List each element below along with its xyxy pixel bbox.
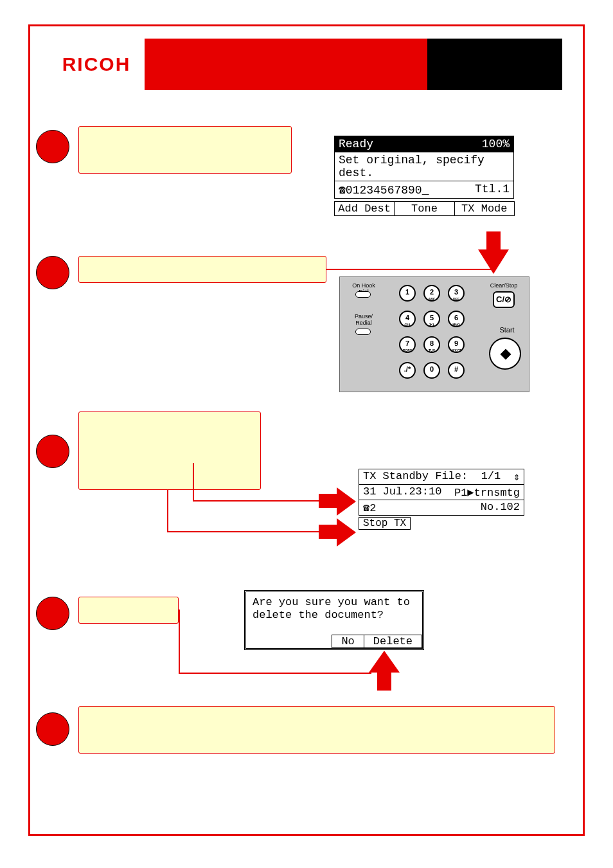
tab-add-dest[interactable]: Add Dest	[334, 201, 395, 216]
label-clear-stop: Clear/Stop	[485, 282, 522, 289]
lcd2-title-row: TX Standby File: 1/1 ⇕	[359, 469, 524, 485]
key-1[interactable]: 1	[399, 285, 416, 302]
step-4-box	[78, 597, 179, 624]
no-button[interactable]: No	[332, 635, 364, 648]
connector-3c	[167, 490, 168, 532]
pause-redial-button[interactable]	[355, 329, 371, 335]
step-4-marker	[36, 597, 69, 630]
header: RICOH	[48, 39, 562, 90]
logo-box: RICOH	[48, 39, 145, 90]
lcd2-page: 1/1	[481, 470, 501, 482]
step-3-box	[78, 411, 261, 490]
connector-4a	[179, 610, 180, 674]
lcd2-row-2: 31 Jul.23:10 P1▶trnsmtg	[359, 484, 524, 500]
arrow-up-icon	[369, 651, 400, 673]
key-0[interactable]: 0	[423, 362, 440, 379]
lcd2-row-3: ☎2 No.102	[359, 500, 524, 516]
updown-icon[interactable]: ⇕	[513, 470, 520, 484]
label-pause-redial: Pause/ Redial	[348, 313, 380, 326]
dialog-line-1: Are you sure you want to	[253, 596, 416, 609]
lcd2-no: No.102	[481, 501, 520, 514]
step-5-box	[78, 706, 555, 754]
ricoh-logo: RICOH	[62, 53, 131, 75]
lcd-status: Ready	[339, 138, 373, 150]
arrow-up-stem	[377, 671, 391, 691]
lcd-instruction: Set original, specify dest.	[334, 152, 514, 181]
lcd-status-row: Ready 100%	[334, 136, 514, 152]
delete-button[interactable]: Delete	[364, 635, 422, 648]
step-1-box	[78, 126, 292, 174]
lcd-percent: 100%	[482, 138, 510, 150]
connector-line-2a	[326, 269, 493, 270]
clear-stop-button[interactable]: C/⊘	[493, 291, 515, 308]
lcd2-dest: ☎2	[363, 501, 376, 514]
key-8[interactable]: 8TUV	[423, 336, 440, 353]
key-5[interactable]: 5JKL	[423, 311, 440, 327]
on-hook-button[interactable]	[355, 291, 371, 298]
key-2[interactable]: 2ABC	[423, 285, 440, 302]
delete-dialog: Are you sure you want to delete the docu…	[244, 590, 424, 650]
key-hash[interactable]: #	[448, 362, 465, 379]
tab-tx-mode[interactable]: TX Mode	[454, 201, 515, 216]
connector-4b	[179, 673, 371, 674]
key-7[interactable]: 7PQRS	[399, 336, 416, 353]
arrow-down-stem	[486, 231, 501, 251]
connector-3d	[167, 531, 319, 532]
step-5-marker	[36, 712, 69, 746]
connector-3b	[193, 500, 319, 502]
step-2-box	[78, 256, 326, 283]
header-black	[427, 39, 562, 90]
key-9[interactable]: 9WXYZ	[448, 336, 465, 353]
connector-3a	[193, 463, 194, 502]
step-3-marker	[36, 435, 69, 468]
step-2-marker	[36, 256, 69, 289]
key-6[interactable]: 6MNO	[448, 311, 465, 327]
stop-tx-button[interactable]: Stop TX	[359, 517, 411, 530]
step-1-marker	[36, 130, 69, 163]
tab-tone[interactable]: Tone	[394, 201, 454, 216]
label-start: Start	[494, 326, 520, 334]
key-4[interactable]: 4GHI	[399, 311, 416, 327]
lcd-ttl: Ttl.1	[475, 183, 510, 197]
lcd-ready: Ready 100% Set original, specify dest. ☎…	[334, 136, 514, 216]
lcd-tx-standby: TX Standby File: 1/1 ⇕ 31 Jul.23:10 P1▶t…	[359, 469, 524, 530]
key-star[interactable]: ./*	[399, 362, 416, 379]
start-button[interactable]	[489, 338, 521, 370]
lcd-number: ☎01234567890_	[339, 183, 429, 197]
dialog-line-2: delete the document?	[253, 609, 416, 622]
keypad-panel: On Hook Dial Pause/ Redial Clear/Stop C/…	[339, 276, 529, 392]
key-3[interactable]: 3DEF	[448, 285, 465, 302]
lcd2-title: TX Standby File:	[363, 470, 468, 482]
lcd2-status: P1▶trnsmtg	[454, 485, 520, 499]
header-red	[145, 39, 427, 90]
lcd2-date: 31 Jul.23:10	[363, 485, 441, 499]
arrow-down-icon	[478, 249, 509, 274]
lcd-number-row: ☎01234567890_ Ttl.1	[334, 181, 514, 199]
